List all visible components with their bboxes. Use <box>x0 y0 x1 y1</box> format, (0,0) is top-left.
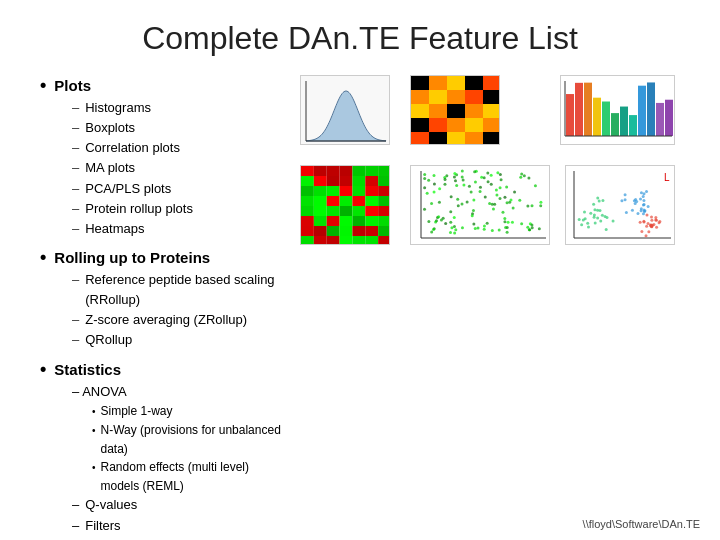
plots-section: • Plots –Histograms –Boxplots –Correlati… <box>40 75 290 239</box>
rolling-bullet-dot: • <box>40 247 46 268</box>
page-title: Complete DAn.TE Feature List <box>40 20 680 57</box>
statistics-heading: • Statistics <box>40 359 290 380</box>
plots-heading: • Plots <box>40 75 290 96</box>
list-item: –Reference peptide based scaling (RRollu… <box>72 270 290 310</box>
plots-label: Plots <box>54 77 91 94</box>
stats-label: Statistics <box>54 361 121 378</box>
images-column <box>300 75 680 375</box>
rolling-heading: • Rolling up to Proteins <box>40 247 290 268</box>
list-item: •N-Way (provisions for unbalanced data) <box>92 421 290 458</box>
list-item: –Protein rollup plots <box>72 199 290 219</box>
list-item: –Q-values <box>72 495 290 516</box>
stats-bullet-dot: • <box>40 359 46 380</box>
list-item: –Filters <box>72 516 290 537</box>
heatmap1-image <box>410 75 500 145</box>
list-item: –Z-score averaging (ZRollup) <box>72 310 290 330</box>
heatmap2-image <box>300 165 390 245</box>
plots-list: –Histograms –Boxplots –Correlation plots… <box>40 98 290 239</box>
rolling-section: • Rolling up to Proteins –Reference pept… <box>40 247 290 351</box>
statistics-section: • Statistics – ANOVA •Simple 1-way •N-Wa… <box>40 359 290 537</box>
list-item: •Random effects (multi level) models (RE… <box>92 458 290 495</box>
colorbar-image <box>560 75 675 145</box>
list-item: –Histograms <box>72 98 290 118</box>
list-item: –PCA/PLS plots <box>72 179 290 199</box>
text-column: • Plots –Histograms –Boxplots –Correlati… <box>40 75 300 540</box>
anova-row: – ANOVA <box>40 382 290 403</box>
content-area: • Plots –Histograms –Boxplots –Correlati… <box>40 75 680 540</box>
plots-bullet-dot: • <box>40 75 46 96</box>
list-item: –Heatmaps <box>72 219 290 239</box>
rolling-list: –Reference peptide based scaling (RRollu… <box>40 270 290 351</box>
footer: \\floyd\Software\DAn.TE <box>583 518 700 530</box>
rolling-label: Rolling up to Proteins <box>54 249 210 266</box>
list-item: –QRollup <box>72 330 290 350</box>
anova-list: •Simple 1-way •N-Way (provisions for unb… <box>40 402 290 495</box>
cluster-image <box>565 165 675 245</box>
anova-label: ANOVA <box>82 384 127 399</box>
list-item: •Simple 1-way <box>92 402 290 421</box>
page: Complete DAn.TE Feature List • Plots –Hi… <box>0 0 720 540</box>
scatter-image <box>410 165 550 245</box>
list-item: –Boxplots <box>72 118 290 138</box>
qvalues-list: –Q-values –Filters <box>40 495 290 537</box>
list-item: –Correlation plots <box>72 138 290 158</box>
list-item: –MA plots <box>72 158 290 178</box>
histogram-image <box>300 75 390 145</box>
